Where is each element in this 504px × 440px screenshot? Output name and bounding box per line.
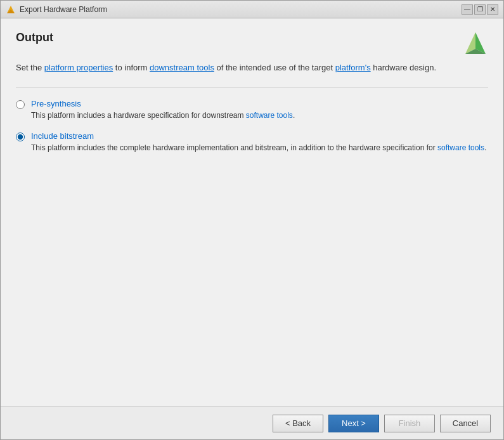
brand-logo-icon xyxy=(463,31,488,56)
pre-synthesis-option: Pre-synthesis This platform includes a h… xyxy=(16,99,488,121)
include-bitstream-radio[interactable] xyxy=(16,133,25,141)
platform-properties-link: platform properties xyxy=(44,63,113,72)
title-bar-left: Export Hardware Platform xyxy=(6,4,107,15)
include-bitstream-content: Include bitstream This platform includes… xyxy=(31,131,486,153)
downstream-tools-link: downstream tools xyxy=(150,63,214,72)
window-title: Export Hardware Platform xyxy=(20,5,107,14)
description-text: Set the platform properties to inform do… xyxy=(16,61,488,74)
next-button[interactable]: Next > xyxy=(328,415,379,432)
back-button[interactable]: < Back xyxy=(273,415,323,432)
cancel-button[interactable]: Cancel xyxy=(440,415,491,432)
page-title: Output xyxy=(16,31,53,44)
content-area: Output Set the platform properties to in… xyxy=(1,18,503,406)
finish-button: Finish xyxy=(384,415,435,432)
pre-synthesis-content: Pre-synthesis This platform includes a h… xyxy=(31,99,295,121)
include-bitstream-desc: This platform includes the complete hard… xyxy=(31,142,486,153)
platform-link: platform's xyxy=(335,63,371,72)
close-button[interactable]: ✕ xyxy=(487,4,498,15)
footer: < Back Next > Finish Cancel xyxy=(1,406,503,439)
minimize-button[interactable]: — xyxy=(462,4,473,15)
software-tools-link-2: software tools xyxy=(437,143,484,152)
title-bar-controls: — ❐ ✕ xyxy=(462,4,498,15)
pre-synthesis-radio[interactable] xyxy=(16,100,25,109)
include-bitstream-label[interactable]: Include bitstream xyxy=(31,131,486,141)
include-bitstream-option: Include bitstream This platform includes… xyxy=(16,131,488,153)
pre-synthesis-desc: This platform includes a hardware specif… xyxy=(31,110,295,121)
divider xyxy=(16,87,488,87)
header-text-block: Output xyxy=(16,31,53,44)
options-area: Pre-synthesis This platform includes a h… xyxy=(16,99,488,397)
main-window: Export Hardware Platform — ❐ ✕ Output Se… xyxy=(0,0,504,440)
title-bar: Export Hardware Platform — ❐ ✕ xyxy=(1,1,503,18)
restore-button[interactable]: ❐ xyxy=(474,4,486,15)
header-row: Output xyxy=(16,31,488,56)
pre-synthesis-label[interactable]: Pre-synthesis xyxy=(31,99,295,108)
software-tools-link-1: software tools xyxy=(246,111,293,120)
app-icon xyxy=(6,4,16,15)
